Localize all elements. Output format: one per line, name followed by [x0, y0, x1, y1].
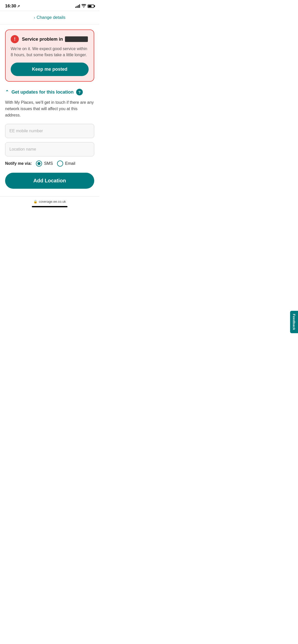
sms-radio-option[interactable]: SMS — [36, 160, 53, 167]
add-location-button[interactable]: Add Location — [5, 173, 94, 189]
lock-icon: 🔒 — [33, 200, 37, 203]
change-details-label: Change details — [37, 15, 65, 20]
chevron-right-icon: › — [34, 16, 35, 20]
status-bar: 16:30 ↗ — [0, 0, 99, 11]
email-radio-option[interactable]: Email — [57, 160, 75, 167]
home-indicator — [32, 206, 67, 207]
sms-radio-circle — [36, 160, 42, 167]
keep-me-posted-button[interactable]: Keep me posted — [11, 63, 89, 76]
mobile-number-input[interactable] — [5, 124, 94, 138]
status-icons — [75, 4, 94, 8]
location-section: ⌃ Get updates for this location ? With M… — [0, 89, 99, 189]
section-description: With My Places, we'll get in touch if th… — [5, 99, 94, 118]
chevron-up-icon: ⌃ — [5, 89, 9, 95]
section-title: Get updates for this location — [11, 90, 74, 95]
battery-icon — [88, 5, 94, 8]
top-nav: › Change details — [0, 11, 99, 24]
sms-label: SMS — [44, 161, 53, 166]
location-name-input[interactable] — [5, 142, 94, 156]
time-display: 16:30 — [5, 4, 16, 9]
alert-title: Service problem in — [22, 36, 88, 42]
alert-card: ! Service problem in We're on it. We exp… — [5, 30, 94, 82]
location-arrow-icon: ↗ — [17, 4, 20, 8]
url-bar: 🔒 coverage.ee.co.uk — [5, 200, 94, 203]
signal-strength-icon — [75, 4, 80, 8]
alert-body: We're on it. We expect good service with… — [11, 46, 89, 58]
change-details-link[interactable]: › Change details — [34, 15, 65, 20]
help-icon[interactable]: ? — [76, 89, 83, 95]
status-time: 16:30 ↗ — [5, 4, 20, 9]
alert-header: ! Service problem in — [11, 35, 89, 43]
url-text: coverage.ee.co.uk — [39, 200, 66, 203]
alert-icon: ! — [11, 35, 19, 43]
email-radio-circle — [57, 160, 63, 167]
section-header: ⌃ Get updates for this location ? — [5, 89, 94, 95]
notify-label: Notify me via: — [5, 161, 32, 166]
notify-row: Notify me via: SMS Email — [5, 160, 94, 167]
redacted-location — [65, 36, 88, 42]
bottom-bar: 🔒 coverage.ee.co.uk — [0, 196, 99, 209]
wifi-icon — [82, 4, 86, 8]
email-label: Email — [65, 161, 75, 166]
main-content: ! Service problem in We're on it. We exp… — [0, 24, 99, 82]
